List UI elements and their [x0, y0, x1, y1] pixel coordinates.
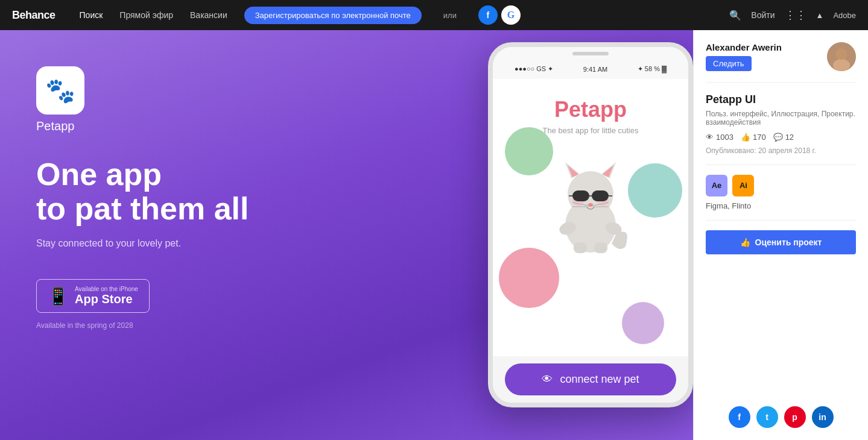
social-share: f t p in: [706, 406, 856, 428]
connect-button-area: 👁 connect new pet: [493, 356, 688, 403]
search-icon[interactable]: 🔍: [729, 10, 741, 21]
social-login-buttons: f G: [478, 5, 521, 25]
tools-text: Figma, Flinto: [706, 201, 856, 210]
share-twitter-button[interactable]: t: [756, 406, 778, 428]
top-navigation: Behance Поиск Прямой эфир Вакансии Зарег…: [0, 0, 868, 30]
status-time: 9:41 AM: [583, 66, 607, 73]
signin-link[interactable]: Войти: [751, 10, 775, 20]
share-linkedin-button[interactable]: in: [812, 406, 834, 428]
author-name: Alexander Awerin: [706, 42, 820, 52]
like-icon: 👍: [741, 133, 750, 142]
cat-illustration: [542, 147, 639, 256]
connect-icon: 👁: [542, 373, 553, 386]
app-icon: 🐾: [36, 66, 84, 115]
phone-screen-title: Petapp: [554, 97, 627, 122]
adobe-label: Adobe: [833, 11, 856, 20]
circle-pink: [499, 248, 559, 308]
published-date: Опубликовано: 20 апреля 2018 г.: [706, 146, 856, 155]
right-sidebar: Alexander Awerin Следить Petapp UI Польз…: [693, 30, 868, 440]
svg-point-13: [588, 203, 593, 207]
connect-new-pet-button[interactable]: 👁 connect new pet: [505, 363, 676, 395]
phone-screen: Petapp The best app for little cuties: [493, 79, 688, 356]
thumbs-up-icon: 👍: [740, 237, 750, 247]
app-icon-wrapper: 🐾 Petapp: [36, 66, 345, 133]
subheadline: Stay connected to your lovely pet.: [36, 238, 345, 249]
circle-lavender: [622, 302, 664, 344]
author-section: Alexander Awerin Следить: [706, 42, 856, 83]
status-right: ✦ 58 % ▓: [638, 65, 667, 73]
likes-count: 170: [753, 133, 766, 142]
rate-project-button[interactable]: 👍 Оценить проект: [706, 230, 856, 254]
nav-links: Поиск Прямой эфир Вакансии Зарегистриров…: [80, 5, 730, 25]
grid-icon[interactable]: ⋮⋮: [785, 8, 806, 22]
phone-screen-subtitle: The best app for little cuties: [543, 126, 639, 135]
app-name: Petapp: [36, 119, 345, 133]
phone-status-bar: ●●●○○ GS ✦ 9:41 AM ✦ 58 % ▓: [502, 59, 679, 77]
tools-section: Ae Ai Figma, Flinto: [706, 175, 856, 221]
project-title: Petapp UI: [706, 93, 856, 106]
share-facebook-button[interactable]: f: [729, 406, 750, 428]
phone-icon: 📱: [48, 286, 69, 306]
appstore-small-text: Available on the iPhone: [75, 286, 138, 292]
paw-icon: 🐾: [45, 77, 75, 105]
main-wrapper: 🐾 Petapp One app to pat them all Stay co…: [0, 30, 868, 440]
views-stat: 👁 1003: [706, 133, 733, 142]
phone-mockup: ●●●○○ GS ✦ 9:41 AM ✦ 58 % ▓ Petapp The b…: [488, 42, 693, 407]
ae-badge: Ae: [706, 175, 727, 196]
project-section: Petapp UI Польз. интерфейс, Иллюстрация,…: [706, 93, 856, 165]
project-tags: Польз. интерфейс, Иллюстрация, Проектир.…: [706, 110, 856, 127]
ai-badge: Ai: [732, 175, 754, 196]
comments-count: 12: [785, 133, 794, 142]
adobe-icon: ▲: [816, 11, 824, 20]
or-label: или: [443, 11, 457, 20]
appstore-large-text: App Store: [75, 292, 138, 306]
connect-label: connect new pet: [560, 373, 639, 386]
nav-search[interactable]: Поиск: [80, 10, 103, 20]
appstore-button[interactable]: 📱 Available on the iPhone App Store: [36, 279, 150, 313]
register-button[interactable]: Зарегистрироваться по электронной почте: [244, 7, 422, 24]
share-pinterest-button[interactable]: p: [784, 406, 806, 428]
facebook-login-button[interactable]: f: [478, 5, 498, 25]
svg-rect-9: [592, 190, 609, 201]
svg-point-24: [833, 59, 850, 71]
eye-icon: 👁: [706, 133, 714, 142]
rate-label: Оценить проект: [755, 237, 822, 247]
likes-stat: 👍 170: [741, 133, 766, 142]
project-stats: 👁 1003 👍 170 💬 12: [706, 133, 856, 142]
author-avatar: [827, 42, 856, 71]
nav-live[interactable]: Прямой эфир: [119, 10, 173, 20]
author-info: Alexander Awerin Следить: [706, 42, 820, 71]
views-count: 1003: [716, 133, 733, 142]
follow-button[interactable]: Следить: [706, 56, 752, 71]
svg-rect-18: [574, 242, 587, 253]
hero-content-area: 🐾 Petapp One app to pat them all Stay co…: [0, 30, 693, 440]
headline: One app to pat them all: [36, 157, 345, 226]
status-left: ●●●○○ GS ✦: [515, 65, 553, 73]
available-text: Available in the spring of 2028: [36, 321, 345, 330]
left-content: 🐾 Petapp One app to pat them all Stay co…: [0, 30, 381, 366]
nav-jobs[interactable]: Вакансии: [190, 10, 227, 20]
svg-rect-8: [572, 190, 589, 201]
comment-icon: 💬: [773, 133, 783, 142]
phone-area: ●●●○○ GS ✦ 9:41 AM ✦ 58 % ▓ Petapp The b…: [488, 42, 693, 407]
nav-right-section: 🔍 Войти ⋮⋮ ▲ Adobe: [729, 8, 856, 22]
svg-rect-19: [594, 242, 607, 253]
behance-logo: Behance: [12, 9, 55, 22]
appstore-text: Available on the iPhone App Store: [75, 286, 138, 306]
phone-speaker: [572, 52, 609, 55]
svg-point-25: [836, 49, 847, 60]
google-login-button[interactable]: G: [501, 5, 521, 25]
comments-stat: 💬 12: [773, 133, 794, 142]
